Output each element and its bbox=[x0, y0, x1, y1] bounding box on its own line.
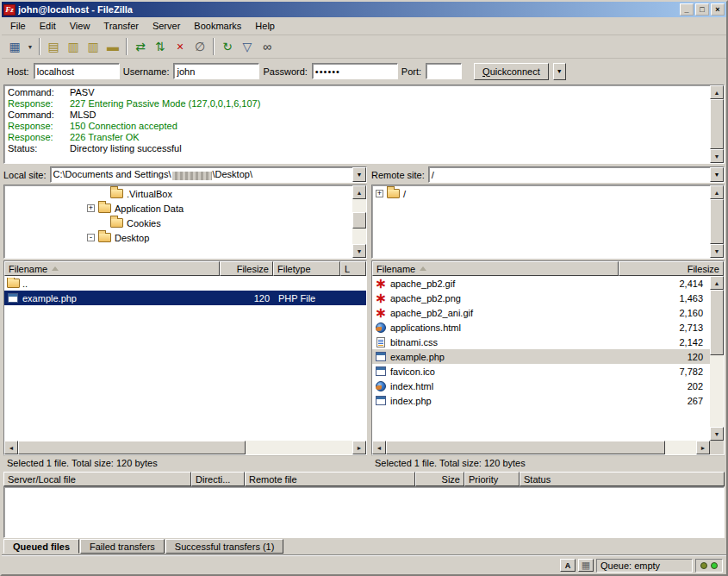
log-line: Command:PASV bbox=[8, 87, 706, 98]
scrollbar-thumb[interactable] bbox=[710, 99, 724, 149]
maximize-button[interactable]: □ bbox=[695, 3, 709, 16]
tree-expand-icon[interactable]: + bbox=[87, 204, 95, 212]
scrollbar-thumb[interactable] bbox=[710, 290, 724, 355]
file-row[interactable]: favicon.ico 7,782 bbox=[372, 364, 710, 379]
toggle-log-icon[interactable]: ▤ bbox=[44, 37, 63, 56]
scroll-up-icon[interactable]: ▲ bbox=[710, 276, 724, 290]
scrollbar-thumb[interactable] bbox=[386, 441, 665, 454]
close-button[interactable]: × bbox=[711, 3, 725, 16]
scrollbar-thumb[interactable] bbox=[352, 212, 366, 229]
local-horizontal-scrollbar[interactable]: ◄ ► bbox=[4, 441, 366, 454]
file-row-parent-dir[interactable]: .. bbox=[4, 276, 366, 291]
scroll-left-icon[interactable]: ◄ bbox=[4, 441, 18, 454]
tree-item-application-data[interactable]: + Application Data bbox=[4, 201, 352, 216]
remote-site-combo[interactable]: / ▼ bbox=[428, 166, 725, 183]
file-row-example-php[interactable]: example.php 120 PHP File bbox=[4, 291, 366, 305]
tree-collapse-icon[interactable]: - bbox=[87, 234, 95, 241]
menu-view[interactable]: View bbox=[63, 18, 97, 34]
reconnect-icon[interactable]: ↻ bbox=[218, 37, 237, 56]
column-header-filesize[interactable]: Filesize bbox=[619, 261, 724, 276]
tab-successful-transfers[interactable]: Successful transfers (1) bbox=[165, 539, 284, 554]
queue-column-direction[interactable]: Directi... bbox=[191, 472, 245, 486]
remote-horizontal-scrollbar[interactable]: ◄ ► bbox=[372, 441, 710, 454]
scroll-up-icon[interactable]: ▲ bbox=[352, 185, 366, 199]
menu-server[interactable]: Server bbox=[146, 18, 187, 34]
tab-failed-transfers[interactable]: Failed transfers bbox=[80, 539, 165, 554]
scrollbar-thumb[interactable] bbox=[710, 199, 724, 244]
filter-icon[interactable]: ▽ bbox=[238, 37, 257, 56]
toolbar-separator bbox=[213, 38, 215, 55]
refresh-icon[interactable]: ⇄ bbox=[131, 37, 150, 56]
column-header-filename[interactable]: Filename bbox=[4, 261, 220, 276]
menu-help[interactable]: Help bbox=[248, 18, 282, 34]
toggle-local-tree-icon[interactable]: ▥ bbox=[64, 37, 83, 56]
tab-queued-files[interactable]: Queued files bbox=[3, 539, 79, 554]
file-row[interactable]: ∗apache_pb2.png 1,463 bbox=[372, 291, 710, 305]
file-row[interactable]: index.php 267 bbox=[372, 393, 710, 408]
process-queue-icon[interactable]: ⇅ bbox=[151, 37, 170, 56]
local-site-combo[interactable]: C:\Documents and Settings\\Desktop\ ▼ bbox=[50, 166, 367, 183]
site-manager-icon[interactable]: ▦ bbox=[5, 37, 24, 56]
tree-item-root[interactable]: + / bbox=[372, 186, 710, 201]
remote-directory-tree: + / ▲ ▼ bbox=[371, 185, 725, 259]
file-row[interactable]: applications.html 2,713 bbox=[372, 320, 710, 335]
port-label: Port: bbox=[401, 66, 421, 77]
tree-item-desktop[interactable]: - Desktop bbox=[4, 230, 352, 245]
titlebar[interactable]: Fz john@localhost - FileZilla _ □ × bbox=[2, 2, 726, 17]
combo-dropdown-icon[interactable]: ▼ bbox=[352, 167, 366, 182]
toggle-queue-icon[interactable]: ▬ bbox=[103, 37, 122, 56]
quickconnect-dropdown-icon[interactable]: ▼ bbox=[553, 63, 566, 80]
queue-column-server-local-file[interactable]: Server/Local file bbox=[3, 472, 191, 486]
quickconnect-button[interactable]: Quickconnect bbox=[474, 63, 549, 80]
port-input[interactable] bbox=[426, 63, 462, 79]
scroll-left-icon[interactable]: ◄ bbox=[372, 441, 386, 454]
scrollbar-thumb[interactable] bbox=[18, 441, 246, 454]
log-vertical-scrollbar[interactable]: ▲ ▼ bbox=[710, 85, 724, 163]
queue-column-size[interactable]: Size bbox=[415, 472, 464, 486]
password-input[interactable]: •••••• bbox=[312, 63, 398, 79]
username-input[interactable]: john bbox=[173, 63, 259, 79]
file-row[interactable]: ∗apache_pb2.gif 2,414 bbox=[372, 276, 710, 291]
combo-dropdown-icon[interactable]: ▼ bbox=[710, 167, 724, 182]
column-header-filename[interactable]: Filename bbox=[372, 261, 619, 276]
cancel-icon[interactable]: × bbox=[171, 37, 190, 56]
queue-column-status[interactable]: Status bbox=[520, 472, 725, 486]
queue-list-area[interactable] bbox=[3, 486, 725, 538]
remote-tree-scrollbar[interactable]: ▲ ▼ bbox=[710, 185, 724, 258]
menu-file[interactable]: File bbox=[3, 18, 33, 34]
find-icon[interactable]: ∞ bbox=[258, 37, 277, 56]
menu-bookmarks[interactable]: Bookmarks bbox=[187, 18, 248, 34]
queue-column-priority[interactable]: Priority bbox=[464, 472, 520, 486]
window-title: john@localhost - FileZilla bbox=[18, 4, 680, 15]
site-manager-dropdown-icon[interactable]: ▼ bbox=[25, 37, 35, 56]
file-row[interactable]: ∗apache_pb2_ani.gif 2,160 bbox=[372, 305, 710, 320]
local-tree-scrollbar[interactable]: ▲ ▼ bbox=[352, 185, 366, 258]
scroll-up-icon[interactable]: ▲ bbox=[710, 85, 724, 99]
minimize-button[interactable]: _ bbox=[680, 3, 694, 16]
image-file-icon: ∗ bbox=[375, 278, 387, 289]
scroll-up-icon[interactable]: ▲ bbox=[710, 185, 724, 199]
column-header-filesize[interactable]: Filesize bbox=[220, 261, 273, 276]
file-row-example-php[interactable]: example.php 120 bbox=[372, 349, 710, 364]
tree-expand-icon[interactable]: + bbox=[376, 190, 383, 197]
log-line: Status:Directory listing successful bbox=[8, 143, 706, 154]
remote-list-scrollbar[interactable]: ▲ ▼ bbox=[710, 276, 724, 441]
scroll-down-icon[interactable]: ▼ bbox=[710, 427, 724, 441]
scroll-right-icon[interactable]: ► bbox=[352, 441, 366, 454]
tree-item-virtualbox[interactable]: .VirtualBox bbox=[4, 186, 352, 201]
column-header-filetype[interactable]: Filetype bbox=[273, 261, 340, 276]
scroll-down-icon[interactable]: ▼ bbox=[710, 149, 724, 163]
file-row[interactable]: index.html 202 bbox=[372, 379, 710, 393]
disconnect-icon[interactable]: ∅ bbox=[190, 37, 209, 56]
host-input[interactable]: localhost bbox=[34, 63, 120, 79]
menu-transfer[interactable]: Transfer bbox=[96, 18, 146, 34]
tree-item-cookies[interactable]: Cookies bbox=[4, 216, 352, 230]
file-row[interactable]: bitnami.css 2,142 bbox=[372, 335, 710, 349]
toggle-remote-tree-icon[interactable]: ▥ bbox=[84, 37, 103, 56]
scroll-down-icon[interactable]: ▼ bbox=[710, 244, 724, 258]
scroll-right-icon[interactable]: ► bbox=[696, 441, 710, 454]
column-header-last-modified[interactable]: L bbox=[340, 261, 366, 276]
queue-column-remote-file[interactable]: Remote file bbox=[245, 472, 415, 486]
menu-edit[interactable]: Edit bbox=[33, 18, 63, 34]
scroll-down-icon[interactable]: ▼ bbox=[352, 244, 366, 258]
